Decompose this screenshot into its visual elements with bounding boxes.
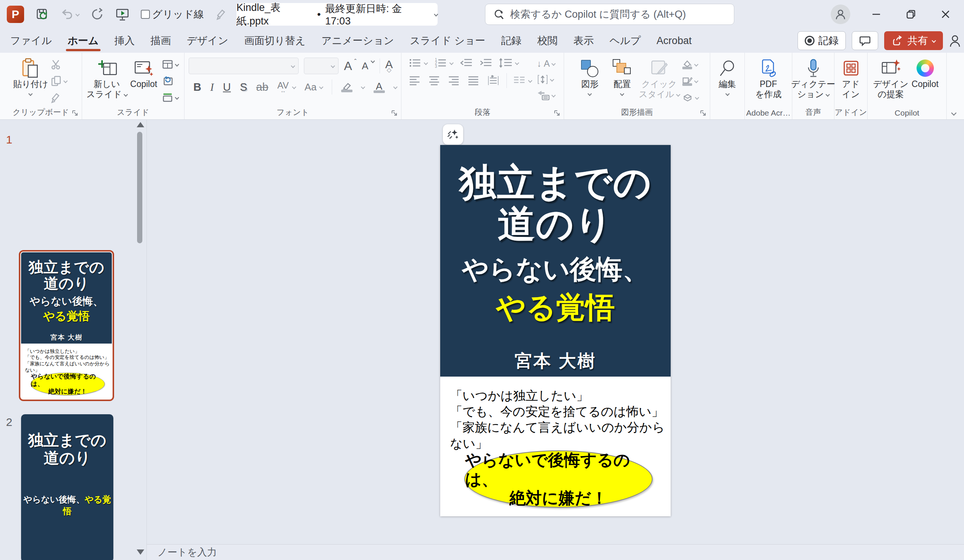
columns-dropdown-icon[interactable] (528, 78, 532, 83)
redo-button[interactable] (90, 8, 104, 21)
design-ideas-button[interactable]: デザイン の提案 (873, 56, 908, 99)
font-color-button[interactable]: A (373, 81, 385, 93)
arrange-button[interactable]: 配置 (606, 56, 638, 95)
underline-button[interactable]: U (223, 81, 231, 93)
paste-button[interactable]: 貼り付け (13, 56, 48, 95)
format-painter-qat-button[interactable] (215, 8, 228, 21)
minimize-button[interactable] (868, 6, 885, 23)
slide-2-thumbnail[interactable]: 独立までの 道のり やらない後悔、やる覚悟 宮本 大樹 (21, 414, 113, 560)
clear-formatting-button[interactable]: A ◇ (385, 59, 393, 73)
copilot-slides-button[interactable]: Copilot (128, 56, 160, 89)
numbering-dropdown-icon[interactable] (449, 61, 453, 65)
line-spacing-dropdown-icon[interactable] (515, 61, 519, 65)
restore-button[interactable] (902, 6, 920, 23)
document-title[interactable]: Kindle_表紙.pptx • 最終更新日時: 金 17:03 (236, 3, 438, 26)
account-button[interactable] (831, 5, 850, 24)
decrease-indent-icon[interactable] (460, 57, 472, 68)
tab-animations[interactable]: アニメーション (314, 29, 402, 53)
paragraph-dialog-launcher[interactable] (553, 109, 561, 117)
tab-slideshow[interactable]: スライド ショー (402, 29, 493, 53)
tab-home[interactable]: ホーム (60, 29, 107, 53)
cut-button[interactable] (49, 58, 68, 71)
shape-fill-button[interactable] (681, 58, 700, 71)
drawing-dialog-launcher[interactable] (699, 109, 707, 117)
text-shadow-button[interactable]: S (240, 81, 247, 93)
title-dropdown-icon[interactable] (434, 12, 438, 16)
tab-review[interactable]: 校閲 (529, 29, 566, 53)
designer-sparkle-button[interactable] (443, 124, 463, 145)
clipboard-dialog-launcher[interactable] (71, 109, 79, 117)
comments-button[interactable] (852, 31, 878, 50)
reset-slide-button[interactable] (160, 75, 180, 87)
presence-people-button[interactable] (949, 33, 960, 48)
tab-file[interactable]: ファイル (2, 29, 60, 53)
strikethrough-button[interactable]: ab (256, 81, 268, 93)
undo-button[interactable] (60, 8, 79, 21)
shape-outline-button[interactable] (681, 75, 700, 87)
thumbnail-scrollbar-down-arrow[interactable] (137, 549, 144, 555)
tab-draw[interactable]: 描画 (143, 29, 179, 53)
align-left-icon[interactable] (409, 75, 421, 86)
shrink-font-button[interactable]: A (362, 61, 368, 71)
gridlines-toggle[interactable]: グリッド線 (141, 8, 204, 21)
new-slide-button[interactable]: 新しい スライド (86, 56, 127, 99)
paste-dropdown-icon[interactable] (29, 91, 33, 96)
record-button[interactable]: 記録 (798, 31, 846, 50)
gridlines-checkbox[interactable] (141, 10, 150, 19)
bullets-dropdown-icon[interactable] (423, 61, 428, 65)
tab-design[interactable]: デザイン (179, 29, 236, 53)
section-button[interactable] (160, 91, 180, 104)
copy-dropdown-icon[interactable] (63, 79, 67, 83)
bold-button[interactable]: B (193, 81, 201, 93)
dictate-button[interactable]: ディクテー ション (794, 56, 832, 99)
tab-record[interactable]: 記録 (493, 29, 529, 53)
bullets-icon[interactable] (409, 57, 422, 68)
slide-layout-button[interactable] (160, 58, 180, 71)
tab-insert[interactable]: 挿入 (107, 29, 143, 53)
columns-icon[interactable] (513, 75, 526, 86)
line-spacing-icon[interactable] (499, 57, 513, 68)
powerpoint-logo-icon[interactable]: P (7, 6, 24, 23)
undo-dropdown-icon[interactable] (75, 12, 80, 16)
font-name-combobox[interactable] (189, 58, 299, 74)
align-text-button[interactable] (536, 73, 557, 86)
align-center-icon[interactable] (428, 75, 440, 86)
grow-font-button[interactable]: A (344, 60, 352, 72)
font-dialog-launcher[interactable] (391, 109, 398, 117)
justify-icon[interactable] (467, 75, 479, 86)
increase-indent-icon[interactable] (479, 57, 492, 68)
convert-smartart-button[interactable] (536, 89, 557, 102)
numbering-icon[interactable]: 123 (434, 57, 447, 68)
shapes-button[interactable]: 図形 (574, 56, 606, 95)
copilot-button[interactable]: Copilot (909, 56, 941, 89)
change-case-button[interactable]: Aa (305, 81, 317, 93)
collapse-ribbon-icon[interactable] (951, 110, 956, 116)
tab-acrobat[interactable]: Acrobat (649, 29, 700, 53)
copy-button[interactable] (49, 75, 68, 87)
quick-styles-button[interactable]: クイック スタイル (639, 56, 679, 99)
tab-transitions[interactable]: 画面切り替え (236, 29, 313, 53)
tab-help[interactable]: ヘルプ (602, 29, 649, 53)
save-button[interactable] (36, 8, 49, 21)
thumbnail-scrollbar-up-arrow[interactable] (137, 122, 144, 127)
thumbnail-scrollbar-thumb[interactable] (137, 132, 142, 243)
addins-button[interactable]: アド イン (835, 56, 867, 99)
tab-view[interactable]: 表示 (566, 29, 602, 53)
notes-pane[interactable]: ノートを入力 (147, 544, 964, 560)
shape-effects-button[interactable] (681, 91, 700, 104)
create-pdf-button[interactable]: PDF を作成 (753, 56, 784, 99)
slide-1-thumbnail[interactable]: 独立までの 道のり やらない後悔、 やる覚悟 宮本 大樹 「いつかは独立したい」… (19, 250, 114, 401)
close-button[interactable] (937, 6, 954, 23)
character-spacing-button[interactable]: AV ↔ (277, 81, 289, 93)
text-direction-button[interactable]: ↓A (536, 57, 557, 70)
italic-button[interactable]: I (210, 81, 214, 93)
start-slideshow-button[interactable] (115, 7, 130, 21)
distribute-text-icon[interactable] (487, 75, 500, 86)
share-button[interactable]: 共有 (884, 31, 943, 50)
main-slide[interactable]: 独立までの 道のり やらない後悔、 やる覚悟 宮本 大樹 「いつかは独立したい」… (440, 145, 671, 516)
format-painter-button[interactable] (49, 91, 68, 104)
align-right-icon[interactable] (448, 75, 460, 86)
text-highlight-button[interactable] (341, 82, 352, 92)
font-size-combobox[interactable] (304, 58, 339, 74)
search-input[interactable]: 検索するか Copilot に質問する (Alt+Q) (485, 4, 734, 25)
